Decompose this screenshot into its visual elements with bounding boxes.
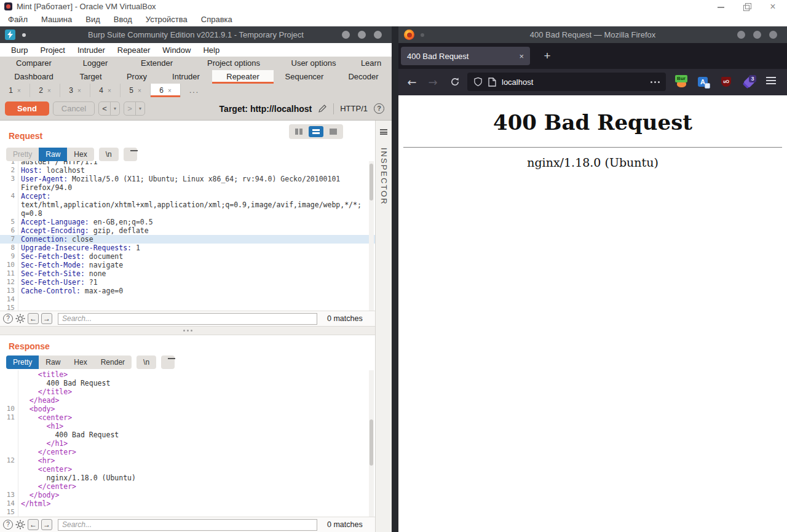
prev-match-button[interactable]: ← <box>28 519 39 530</box>
request-line[interactable]: 9Sec-Fetch-Dest: document <box>0 252 375 261</box>
response-line[interactable]: <title> <box>0 370 375 379</box>
firefox-titlebar[interactable]: 400 Bad Request — Mozilla Firefox <box>398 26 787 43</box>
close-tab-icon[interactable]: × <box>519 52 524 61</box>
close-tab-icon[interactable]: × <box>77 87 81 94</box>
repeater-tab-4[interactable]: 4× <box>90 84 121 97</box>
request-line[interactable]: Firefox/94.0 <box>0 183 375 192</box>
response-line[interactable]: </center> <box>0 482 375 491</box>
request-line[interactable]: 5Accept-Language: en-GB,en;q=0.5 <box>0 218 375 226</box>
response-line[interactable]: </title> <box>0 387 375 396</box>
response-line[interactable]: </head> <box>0 396 375 405</box>
repeater-tab-1[interactable]: 1× <box>0 84 30 97</box>
settings-gear-icon[interactable] <box>15 314 25 324</box>
restore-icon[interactable] <box>743 2 751 11</box>
vbox-menu-item[interactable]: Файл <box>1 15 34 24</box>
burp-menu-project[interactable]: Project <box>34 46 71 55</box>
extension-containers-icon[interactable]: 3 <box>743 75 756 89</box>
view-tab-hex[interactable]: Hex <box>67 148 93 161</box>
dropdown-caret-icon[interactable]: ▾ <box>136 106 144 111</box>
editor-menu-button[interactable] <box>161 355 175 369</box>
response-line[interactable]: </h1> <box>0 439 375 448</box>
response-line[interactable]: 13 </body> <box>0 491 375 499</box>
request-line[interactable]: 4Accept: <box>0 192 375 200</box>
firefox-menu-icon[interactable] <box>766 77 776 85</box>
burp-menu-repeater[interactable]: Repeater <box>111 46 156 55</box>
history-back-button[interactable]: < ▾ <box>98 101 120 116</box>
help-icon[interactable]: ? <box>374 103 384 114</box>
close-tab-icon[interactable]: × <box>138 87 141 94</box>
vbox-menu-item[interactable]: Справка <box>194 15 239 24</box>
inspector-sidebar[interactable]: INSPECTOR <box>375 121 392 532</box>
view-tab-render[interactable]: Render <box>94 355 132 369</box>
new-tab-button[interactable]: + <box>540 49 555 63</box>
response-line[interactable]: 11 <center> <box>0 413 375 422</box>
history-forward-button[interactable]: > ▾ <box>124 101 145 116</box>
close-tab-icon[interactable]: × <box>108 87 111 94</box>
help-icon[interactable]: ? <box>3 314 13 324</box>
shield-icon[interactable] <box>473 77 483 87</box>
burp-tab-sequencer[interactable]: Sequencer <box>274 70 335 84</box>
extension-translator-icon[interactable]: A <box>697 75 710 89</box>
window-button-icon[interactable] <box>737 31 745 39</box>
burp-tab-learn[interactable]: Learn <box>350 57 392 70</box>
view-tab-pretty[interactable]: Pretty <box>6 148 39 161</box>
request-line[interactable]: text/html,application/xhtml+xml,applicat… <box>0 200 375 209</box>
page-actions-icon[interactable] <box>651 81 660 83</box>
forward-button[interactable]: → <box>425 74 440 89</box>
vbox-menu-item[interactable]: Устройства <box>139 15 194 24</box>
request-line[interactable]: 8Upgrade-Insecure-Requests: 1 <box>0 244 375 252</box>
extension-foxyproxy-icon[interactable]: Bur <box>675 75 689 89</box>
request-line[interactable]: 15 <box>0 304 375 311</box>
window-button-icon[interactable] <box>769 31 777 39</box>
response-line[interactable]: <h1> <box>0 422 375 431</box>
close-tab-icon[interactable]: × <box>168 87 172 94</box>
response-line[interactable]: nginx/1.18.0 (Ubuntu) <box>0 474 375 482</box>
panel-splitter-handle[interactable] <box>0 326 375 335</box>
window-button-icon[interactable] <box>753 31 761 39</box>
response-line[interactable]: </center> <box>0 448 375 456</box>
response-line[interactable]: 400 Bad Request <box>0 379 375 387</box>
response-line[interactable]: 14</html> <box>0 499 375 508</box>
cancel-button[interactable]: Cancel <box>53 101 95 116</box>
response-editor[interactable]: <title> 400 Bad Request </title> </head>… <box>0 370 375 517</box>
request-line[interactable]: 7Connection: close <box>0 235 375 244</box>
vbox-menu-item[interactable]: Ввод <box>107 15 139 24</box>
edit-target-pencil-icon[interactable] <box>318 104 327 113</box>
vbox-menu-item[interactable]: Машина <box>34 15 79 24</box>
url-text[interactable]: localhost <box>502 77 533 87</box>
more-tabs-button[interactable]: ... <box>181 84 208 97</box>
burp-menu-intruder[interactable]: Intruder <box>71 46 111 55</box>
burp-tab-comparer[interactable]: Comparer <box>0 57 68 70</box>
burp-tab-user-options[interactable]: User options <box>277 57 350 70</box>
request-line[interactable]: 13Cache-Control: max-age=0 <box>0 287 375 295</box>
dropdown-caret-icon[interactable]: ▾ <box>111 106 119 111</box>
request-line[interactable]: 12Sec-Fetch-User: ?1 <box>0 278 375 287</box>
reload-button[interactable] <box>448 74 462 89</box>
inspector-collapse-icon[interactable] <box>380 129 387 135</box>
request-line[interactable]: 10Sec-Fetch-Mode: navigate <box>0 261 375 269</box>
request-line[interactable]: 14 <box>0 295 375 304</box>
request-line[interactable]: 3User-Agent: Mozilla/5.0 (X11; Ubuntu; L… <box>0 175 375 183</box>
browser-tab[interactable]: 400 Bad Request × <box>401 47 530 65</box>
page-info-icon[interactable] <box>488 77 496 87</box>
next-match-button[interactable]: → <box>41 519 52 530</box>
burp-tab-logger[interactable]: Logger <box>68 57 123 70</box>
burp-tab-repeater[interactable]: Repeater <box>212 70 274 84</box>
single-layout-icon[interactable] <box>326 126 341 137</box>
url-bar[interactable]: localhost <box>467 73 666 91</box>
repeater-tab-2[interactable]: 2× <box>30 84 60 97</box>
editor-menu-button[interactable] <box>124 148 137 161</box>
response-line[interactable]: 10 <body> <box>0 405 375 413</box>
response-line[interactable]: <center> <box>0 465 375 474</box>
back-button[interactable]: ← <box>405 74 419 89</box>
request-scrollbar[interactable] <box>369 161 374 311</box>
prev-match-button[interactable]: ← <box>28 313 39 324</box>
response-line[interactable]: 400 Bad Request <box>0 431 375 439</box>
response-line[interactable]: 15 <box>0 508 375 517</box>
view-tab-pretty[interactable]: Pretty <box>6 355 39 369</box>
request-line[interactable]: 1austGET / HTTP/1.1 <box>0 161 375 166</box>
extension-ublock-icon[interactable]: uO <box>719 75 733 89</box>
view-tab-hex[interactable]: Hex <box>67 355 93 369</box>
burp-tab-project-options[interactable]: Project options <box>191 57 277 70</box>
columns-layout-icon[interactable] <box>291 126 306 137</box>
